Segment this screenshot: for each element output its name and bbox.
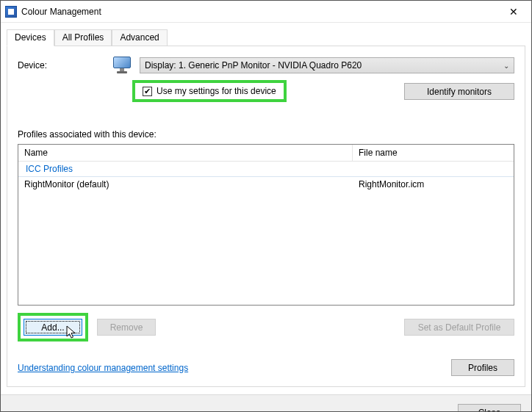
monitor-icon <box>113 57 134 74</box>
close-button[interactable]: Close <box>458 404 521 412</box>
profiles-button-row: Add... Remove Set as Default Profile <box>18 313 514 341</box>
column-header-name[interactable]: Name <box>18 145 353 161</box>
tab-panel-devices: Device: Display: 1. Generic PnP Monitor … <box>7 46 525 387</box>
use-my-settings-highlight: ✔ Use my settings for this device <box>132 80 287 102</box>
identify-monitors-button[interactable]: Identify monitors <box>404 83 514 100</box>
tab-strip: Devices All Profiles Advanced <box>7 29 531 46</box>
profiles-group-header: ICC Profiles <box>18 162 514 177</box>
tab-devices[interactable]: Devices <box>7 29 54 46</box>
profiles-button[interactable]: Profiles <box>451 359 514 376</box>
device-select[interactable]: Display: 1. Generic PnP Monitor - NVIDIA… <box>140 57 514 73</box>
add-button-highlight: Add... <box>18 313 88 341</box>
tab-advanced[interactable]: Advanced <box>112 29 167 46</box>
profile-name: RightMonitor (default) <box>18 179 353 189</box>
set-default-profile-button[interactable]: Set as Default Profile <box>404 319 514 336</box>
understanding-link[interactable]: Understanding colour management settings <box>18 363 188 373</box>
remove-button[interactable]: Remove <box>97 319 156 336</box>
title-bar: Colour Management ✕ <box>1 1 531 23</box>
app-icon <box>5 6 17 18</box>
profiles-header: Name File name <box>18 145 514 162</box>
column-header-file[interactable]: File name <box>353 145 514 161</box>
close-window-button[interactable]: ✕ <box>499 1 528 22</box>
use-my-settings-label: Use my settings for this device <box>157 86 276 96</box>
dialog-footer: Close <box>1 394 531 412</box>
chevron-down-icon: ⌄ <box>503 62 509 70</box>
device-row: Device: Display: 1. Generic PnP Monitor … <box>18 57 514 74</box>
profiles-section-label: Profiles associated with this device: <box>18 129 514 140</box>
tab-all-profiles[interactable]: All Profiles <box>54 29 112 46</box>
table-row[interactable]: RightMonitor (default) RightMonitor.icm <box>18 177 514 192</box>
profiles-table[interactable]: Name File name ICC Profiles RightMonitor… <box>18 144 514 306</box>
use-my-settings-checkbox[interactable]: ✔ <box>143 87 152 96</box>
profile-file: RightMonitor.icm <box>353 179 430 189</box>
add-button[interactable]: Add... <box>24 319 82 336</box>
device-select-value: Display: 1. Generic PnP Monitor - NVIDIA… <box>145 60 362 71</box>
link-row: Understanding colour management settings… <box>18 359 514 376</box>
device-label: Device: <box>18 60 113 71</box>
window-title: Colour Management <box>21 7 499 17</box>
